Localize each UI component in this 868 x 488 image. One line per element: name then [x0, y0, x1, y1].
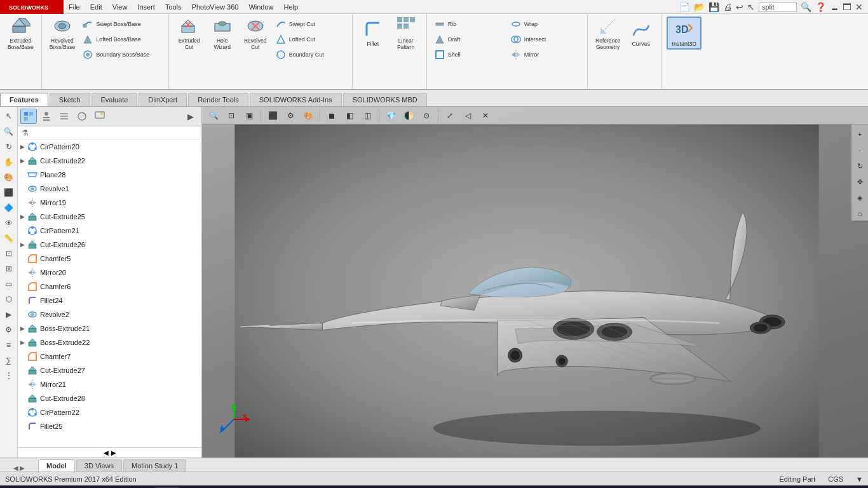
expand-cirpattern20[interactable]: ▶	[18, 142, 27, 151]
expand-cut-extrude22[interactable]: ▶	[18, 156, 27, 165]
smart-dimension-icon[interactable]: ⊡	[2, 247, 16, 261]
shell-button[interactable]: Shell	[431, 47, 507, 62]
minimize-panel-btn[interactable]: ◁	[460, 109, 475, 123]
bottom-tab-3dviews[interactable]: 3D Views	[76, 459, 122, 471]
view-orient-btn[interactable]: ⊡	[224, 109, 239, 123]
tree-item-cirpattern21[interactable]: ▶ CirPattern21	[18, 224, 201, 238]
linear-pattern-button[interactable]: LinearPattern	[390, 17, 423, 50]
tree-item-fillet24[interactable]: ▶ Fillet24	[18, 294, 201, 308]
close-panel-btn[interactable]: ✕	[478, 109, 493, 123]
select-icon[interactable]: ↖	[747, 2, 755, 12]
extruded-cut-button[interactable]: ExtrudedCut	[173, 17, 206, 50]
select-tool-icon[interactable]: ↖	[2, 109, 16, 123]
menu-file[interactable]: File	[64, 0, 85, 14]
appearance-tool-icon[interactable]: 🎨	[2, 170, 16, 184]
tab-features[interactable]: Features	[0, 93, 48, 106]
tree-expand-arrow[interactable]: ▶	[182, 109, 199, 124]
appearance-btn[interactable]: 🎨	[301, 109, 316, 123]
print-icon[interactable]: 🖨	[723, 2, 732, 12]
instant3d-button[interactable]: 3D Instant3D	[667, 17, 702, 50]
tree-scroll-left[interactable]: ◀	[104, 449, 109, 456]
feature-icon[interactable]: ⬡	[2, 292, 16, 306]
equation-icon[interactable]: ∑	[2, 353, 16, 367]
tree-item-revolve2[interactable]: ▶ Revolve2	[18, 308, 201, 322]
expand-cut-extrude26[interactable]: ▶	[18, 240, 27, 249]
tree-item-cut-extrude22[interactable]: ▶ Cut-Extrude22	[18, 154, 201, 168]
revolved-cut-button[interactable]: RevolvedCut	[239, 17, 272, 50]
section-view-btn[interactable]: ⬛	[265, 109, 280, 123]
view-orient-icon[interactable]: 🔷	[2, 201, 16, 215]
menu-tools[interactable]: Tools	[160, 0, 187, 14]
tree-item-fillet25[interactable]: ▶ Fillet25	[18, 419, 201, 433]
view-pan-btn[interactable]: ✥	[853, 175, 867, 189]
realview-btn[interactable]: 💎	[383, 109, 398, 123]
tab-addins[interactable]: SOLIDWORKS Add-Ins	[250, 93, 342, 106]
minimize-icon[interactable]: 🗕	[830, 2, 839, 12]
rotate-tool-icon[interactable]: ↻	[2, 140, 16, 154]
motion-icon[interactable]: ▶	[2, 308, 16, 322]
tree-item-cut-extrude25[interactable]: ▶ Cut-Extrude25	[18, 210, 201, 224]
boundary-cut-button[interactable]: Boundary Cut	[272, 47, 348, 62]
wrap-button[interactable]: Wrap	[507, 17, 583, 32]
view-hidden-lines-btn[interactable]: ◫	[360, 109, 375, 123]
tab-render-tools[interactable]: Render Tools	[188, 93, 248, 106]
more-tools-icon[interactable]: ⋮	[2, 369, 16, 383]
view-expand-btn[interactable]: ⤢	[442, 109, 458, 123]
bottom-tab-motion[interactable]: Motion Study 1	[123, 459, 186, 471]
fillet-button[interactable]: Fillet	[356, 17, 390, 50]
expand-cut-extrude25[interactable]: ▶	[18, 212, 27, 221]
bottom-tab-model[interactable]: Model	[38, 459, 75, 471]
mates-icon[interactable]: ⊞	[2, 262, 16, 276]
simulation-icon[interactable]: ⚙	[2, 323, 16, 337]
extruded-boss-base-button[interactable]: ExtrudedBoss/Base	[4, 17, 37, 50]
tree-item-chamfer7[interactable]: ▶ Chamfer7	[18, 349, 201, 363]
tree-item-mirror20[interactable]: ▶ Mirror20	[18, 266, 201, 280]
expand-boss-extrude22[interactable]: ▶	[18, 338, 27, 347]
menu-photoview[interactable]: PhotoView 360	[187, 0, 244, 14]
view-zoom-out-btn[interactable]: -	[853, 143, 867, 157]
tree-scroll-right[interactable]: ▶	[111, 449, 116, 456]
tree-item-cirpattern22[interactable]: ▶ CirPattern22	[18, 405, 201, 419]
tree-item-plane28[interactable]: ▶ Plane28	[18, 168, 201, 182]
maximize-icon[interactable]: 🗖	[843, 2, 851, 12]
view-wireframe-btn[interactable]: ▣	[241, 109, 257, 123]
tree-scroll-area[interactable]: ▶ CirPattern20 ▶ Cut-Extrude22 ▶ Plane28	[18, 140, 201, 447]
layer-icon[interactable]: ≡	[2, 338, 16, 352]
view-3d-btn[interactable]: ◈	[853, 191, 867, 205]
hole-wizard-button[interactable]: HoleWizard	[206, 17, 239, 50]
view-zoom-in-btn[interactable]: +	[853, 127, 867, 141]
tree-item-chamfer5[interactable]: ▶ Chamfer5	[18, 252, 201, 266]
config-manager-btn[interactable]	[56, 109, 72, 124]
swept-cut-button[interactable]: Swept Cut	[272, 17, 348, 32]
expand-boss-extrude21[interactable]: ▶	[18, 324, 27, 333]
shadows-btn[interactable]: 🌓	[401, 109, 416, 123]
reference-geometry-button[interactable]: ReferenceGeometry	[592, 17, 625, 50]
swept-boss-base-button[interactable]: Swept Boss/Base	[79, 17, 155, 32]
scenes-btn[interactable]	[92, 109, 108, 124]
view-shaded-btn[interactable]: ◼	[324, 109, 339, 123]
tree-item-chamfer6[interactable]: ▶ Chamfer6	[18, 280, 201, 294]
tree-item-cut-extrude27[interactable]: ▶ Cut-Extrude27	[18, 363, 201, 377]
tab-sketch[interactable]: Sketch	[50, 93, 90, 106]
viewport[interactable]: 🔍 ⊡ ▣ ⬛ ⚙ 🎨 ◼ ◧ ◫ 💎 🌓 ⊙ ⤢ ◁ ✕	[202, 107, 868, 458]
lofted-cut-button[interactable]: Lofted Cut	[272, 32, 348, 47]
pan-tool-icon[interactable]: ✋	[2, 155, 16, 169]
help-icon[interactable]: ❓	[815, 2, 826, 12]
open-file-icon[interactable]: 📂	[694, 2, 705, 12]
sketch-plane-icon[interactable]: ▭	[2, 277, 16, 291]
tab-evaluate[interactable]: Evaluate	[92, 93, 138, 106]
new-file-icon[interactable]: 📄	[679, 2, 690, 12]
tree-item-cut-extrude26[interactable]: ▶ Cut-Extrude26	[18, 238, 201, 252]
view-settings-btn[interactable]: ⚙	[283, 109, 298, 123]
close-icon[interactable]: ✕	[855, 2, 863, 12]
tree-item-boss-extrude21[interactable]: ▶ Boss-Extrude21	[18, 322, 201, 336]
rib-button[interactable]: Rib	[431, 17, 507, 32]
view-home-btn[interactable]: ⌂	[853, 207, 867, 220]
feature-manager-btn[interactable]	[20, 109, 37, 124]
boundary-boss-base-button[interactable]: Boundary Boss/Base	[79, 47, 155, 62]
appearances-btn[interactable]	[74, 109, 90, 124]
tree-item-cut-extrude28[interactable]: ▶ Cut-Extrude28	[18, 391, 201, 405]
undo-icon[interactable]: ↩	[736, 2, 743, 12]
tree-item-cirpattern20[interactable]: ▶ CirPattern20	[18, 140, 201, 154]
view-rotate-btn[interactable]: ↻	[853, 159, 867, 173]
